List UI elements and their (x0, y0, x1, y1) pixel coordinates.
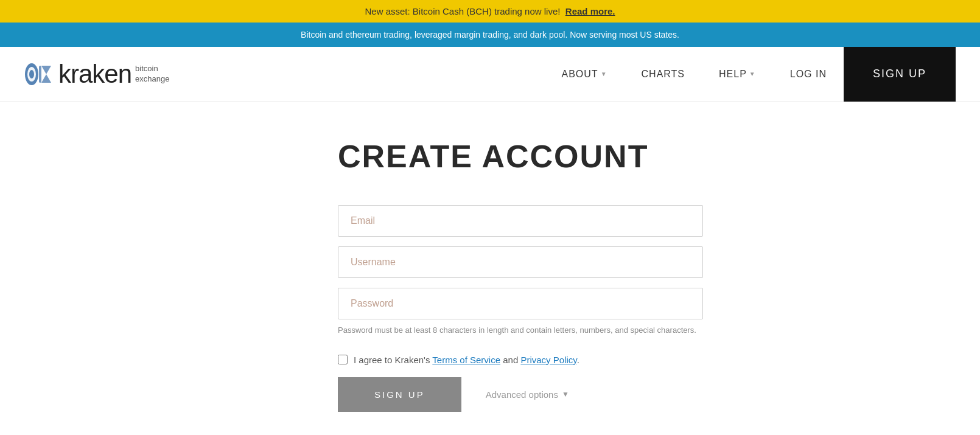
nav-item-about[interactable]: ABOUT ▼ (545, 47, 625, 102)
agree-checkbox[interactable] (338, 355, 348, 364)
svg-rect-3 (39, 66, 41, 83)
announcement-bar: New asset: Bitcoin Cash (BCH) trading no… (0, 0, 980, 23)
help-caret-icon: ▼ (749, 71, 756, 77)
username-input[interactable] (338, 246, 703, 278)
nav-item-login[interactable]: LOG IN (773, 47, 844, 102)
secondary-bar: Bitcoin and ethereum trading, leveraged … (0, 23, 980, 47)
terms-link[interactable]: Terms of Service (432, 355, 500, 365)
main-content: CREATE ACCOUNT Password must be at least… (216, 102, 764, 435)
announcement-text: New asset: Bitcoin Cash (BCH) trading no… (365, 6, 560, 16)
announcement-link[interactable]: Read more. (565, 6, 615, 16)
signup-button[interactable]: SIGN UP (338, 377, 461, 412)
username-group (338, 246, 740, 278)
password-hint: Password must be at least 8 characters i… (338, 324, 703, 336)
nav-item-help[interactable]: HELP ▼ (702, 47, 773, 102)
advanced-options-caret-icon: ▼ (562, 390, 569, 398)
kraken-logo-icon (24, 62, 54, 86)
email-input[interactable] (338, 205, 703, 237)
agree-text: I agree to Kraken's Terms of Service and… (354, 355, 579, 365)
svg-marker-5 (41, 74, 51, 83)
privacy-link[interactable]: Privacy Policy (520, 355, 576, 365)
logo-container[interactable]: kraken bitcoin exchange (24, 60, 169, 89)
svg-point-2 (29, 70, 34, 78)
email-group (338, 205, 740, 237)
logo-sub-text: bitcoin exchange (135, 64, 169, 85)
secondary-text: Bitcoin and ethereum trading, leveraged … (301, 30, 679, 40)
nav-signup-button[interactable]: SIGN UP (844, 47, 956, 102)
page-title: CREATE ACCOUNT (338, 138, 740, 175)
advanced-options-button[interactable]: Advanced options ▼ (486, 389, 569, 400)
password-input[interactable] (338, 288, 703, 319)
nav-item-charts[interactable]: CHARTS (625, 47, 702, 102)
agree-row: I agree to Kraken's Terms of Service and… (338, 355, 740, 365)
nav-links: ABOUT ▼ CHARTS HELP ▼ LOG IN SIGN UP (545, 47, 956, 102)
about-caret-icon: ▼ (601, 71, 607, 77)
navbar: kraken bitcoin exchange ABOUT ▼ CHARTS H… (0, 47, 980, 102)
svg-marker-4 (41, 66, 51, 74)
logo-name-text: kraken (58, 60, 131, 89)
password-group: Password must be at least 8 characters i… (338, 288, 740, 336)
bottom-row: SIGN UP Advanced options ▼ (338, 377, 740, 412)
